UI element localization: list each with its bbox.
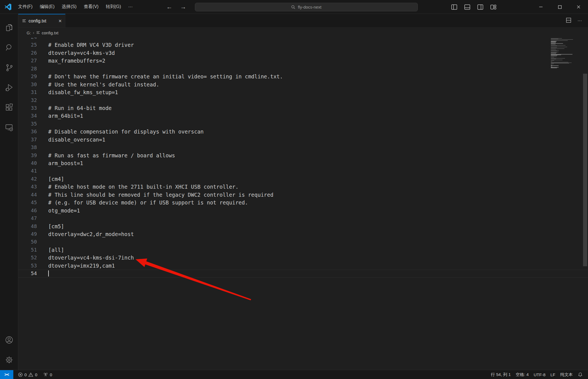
code-area: 2425# Enable DRM VC4 V3D driver26dtoverl… (18, 38, 588, 278)
eol-status[interactable]: LF (548, 372, 558, 377)
code-line-50: 50 (18, 238, 588, 246)
indentation-status[interactable]: 空格: 4 (513, 372, 531, 377)
code-line-51: 51[all] (18, 246, 588, 254)
code-text[interactable]: [cm4] (48, 175, 64, 183)
code-line-46: 46otg_mode=1 (18, 207, 588, 214)
minimize-button[interactable] (531, 0, 550, 14)
code-text[interactable]: # Disable compensation for displays with… (48, 128, 204, 135)
code-text[interactable]: disable_fw_kms_setup=1 (48, 88, 118, 96)
code-line-52: 52dtoverlay=vc4-kms-dsi-7inch (18, 254, 588, 262)
activity-search-button[interactable] (0, 38, 18, 58)
breadcrumb-drive[interactable]: G: (27, 30, 31, 35)
gear-icon (4, 355, 14, 365)
minimap[interactable] (551, 38, 582, 69)
command-center-search[interactable]: fly-docs-next (195, 3, 418, 11)
code-line-25: 25# Enable DRM VC4 V3D driver (18, 41, 588, 49)
activity-run-debug-button[interactable] (0, 78, 18, 98)
menu-item-1[interactable]: 编辑(E) (36, 2, 58, 11)
problems-status[interactable]: 0 0 (16, 372, 40, 377)
activity-extensions-button[interactable] (0, 98, 18, 117)
code-line-54: 54 (18, 270, 588, 277)
menu-item-4[interactable]: 转到(G) (102, 2, 124, 11)
code-text[interactable]: arm_64bit=1 (48, 112, 83, 120)
code-text[interactable]: dtoverlay=vc4-kms-v3d (48, 49, 115, 57)
vertical-scrollbar[interactable] (582, 38, 588, 370)
code-text[interactable]: dtoverlay=imx219,cam1 (48, 262, 115, 270)
code-text[interactable]: # Run as fast as firmware / board allows (48, 152, 175, 159)
language-mode-status[interactable]: 纯文本 (558, 372, 575, 377)
code-text[interactable]: disable_overscan=1 (48, 136, 105, 144)
customize-layout-button[interactable] (490, 4, 497, 10)
line-number: 34 (18, 112, 48, 120)
tab-config-txt[interactable]: config.txt ✕ (18, 14, 65, 27)
activity-source-control-button[interactable] (0, 58, 18, 78)
code-editor[interactable]: 2425# Enable DRM VC4 V3D driver26dtoverl… (18, 38, 588, 370)
nav-back-button[interactable]: ← (166, 3, 172, 11)
line-number: 27 (18, 57, 48, 65)
code-text[interactable]: # Use the kernel's default instead. (48, 81, 159, 88)
activity-remote-explorer-button[interactable] (0, 117, 18, 137)
cursor-position-status[interactable]: 行 54, 列 1 (488, 372, 513, 377)
code-text[interactable]: arm_boost=1 (48, 159, 83, 167)
line-number: 37 (18, 136, 48, 144)
code-line-24: 24 (18, 38, 588, 41)
code-line-45: 45# (e.g. for USB device mode) or if USB… (18, 199, 588, 206)
nav-forward-button[interactable]: → (180, 3, 186, 11)
split-editor-button[interactable] (566, 17, 571, 24)
text-cursor (48, 270, 49, 276)
code-text[interactable]: # This line should be removed if the leg… (48, 191, 273, 199)
minimap-line (551, 59, 582, 60)
menu-item-3[interactable]: 查看(V) (80, 2, 102, 11)
maximize-button[interactable] (550, 0, 569, 14)
minimap-line (551, 61, 582, 61)
code-line-35: 35 (18, 120, 588, 128)
code-text[interactable]: # (e.g. for USB device mode) or if USB s… (48, 199, 248, 206)
menu-overflow[interactable]: ··· (125, 3, 136, 11)
code-text[interactable]: [all] (48, 246, 64, 254)
toggle-panel-button[interactable] (464, 4, 470, 10)
breadcrumb-file[interactable]: config.txt (42, 30, 58, 35)
minimap-line (551, 68, 557, 68)
notifications-button[interactable] (575, 372, 585, 377)
line-number: 46 (18, 207, 48, 214)
code-text[interactable]: # Enable host mode on the 2711 built-in … (48, 183, 238, 191)
account-button[interactable] (0, 330, 18, 350)
code-line-43: 43# Enable host mode on the 2711 built-i… (18, 183, 588, 191)
remote-explorer-icon (4, 123, 14, 132)
settings-button[interactable] (0, 350, 18, 370)
minimap-line (551, 53, 556, 53)
tab-close-button[interactable]: ✕ (58, 19, 62, 24)
menu-item-2[interactable]: 选择(S) (58, 2, 80, 11)
toggle-secondary-sidebar-button[interactable] (477, 4, 483, 10)
code-text[interactable] (48, 270, 49, 277)
code-text[interactable]: dtoverlay=dwc2,dr_mode=host (48, 230, 134, 238)
line-number: 32 (18, 96, 48, 104)
code-text[interactable]: otg_mode=1 (48, 207, 80, 214)
encoding-status[interactable]: UTF-8 (531, 372, 548, 377)
panel-bottom-icon (464, 4, 470, 10)
code-text[interactable]: max_framebuffers=2 (48, 57, 105, 65)
code-line-37: 37disable_overscan=1 (18, 136, 588, 144)
code-line-39: 39# Run as fast as firmware / board allo… (18, 152, 588, 159)
scrollbar-slider[interactable] (583, 74, 587, 266)
code-text[interactable]: # Enable DRM VC4 V3D driver (48, 41, 134, 49)
menu-bar: 文件(F)编辑(E)选择(S)查看(V)转到(G)··· (14, 2, 136, 11)
code-text[interactable]: dtoverlay=vc4-kms-dsi-7inch (48, 254, 134, 262)
code-text[interactable]: [cm5] (48, 222, 64, 230)
code-text[interactable]: # Run in 64-bit mode (48, 104, 112, 112)
broadcast-tower-icon (43, 372, 48, 377)
code-text[interactable]: # Don't have the firmware create an init… (48, 73, 283, 80)
activity-explorer-button[interactable] (0, 18, 18, 38)
code-line-26: 26dtoverlay=vc4-kms-v3d (18, 49, 588, 57)
breadcrumb: G: › config.txt (18, 28, 588, 38)
remote-indicator[interactable]: >< (0, 370, 13, 379)
ports-status[interactable]: 0 (40, 372, 55, 377)
close-window-button[interactable] (569, 0, 588, 14)
minimap-line (551, 46, 582, 47)
toggle-primary-sidebar-button[interactable] (451, 4, 457, 10)
menu-item-0[interactable]: 文件(F) (14, 2, 36, 11)
line-number: 33 (18, 104, 48, 112)
code-line-33: 33# Run in 64-bit mode (18, 104, 588, 112)
editor-more-actions-button[interactable]: ··· (577, 18, 582, 23)
run-and-debug-icon (4, 83, 14, 92)
